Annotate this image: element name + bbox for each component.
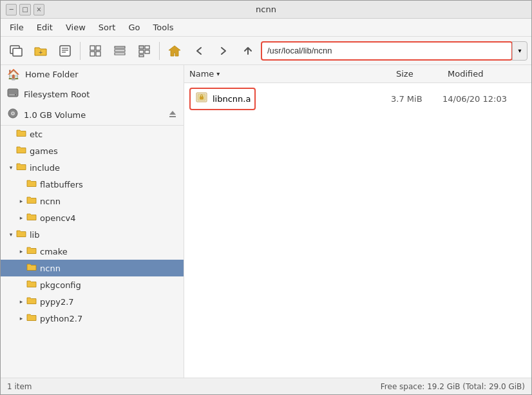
svg-text:+: + — [39, 50, 43, 55]
toggle-ncnn-include: ▸ — [16, 196, 26, 206]
tree-item-pypy27[interactable]: ▸ pypy2.7 — [1, 293, 184, 310]
file-modified-libncnn: 14/06/20 12:03 — [442, 94, 526, 104]
tree-label-lib: lib — [30, 230, 39, 240]
svg-rect-9 — [90, 52, 95, 56]
folder-icon-games — [16, 145, 26, 157]
maximize-button[interactable]: □ — [19, 4, 30, 15]
sidebar-item-filesystem[interactable]: Filesystem Root — [1, 84, 184, 104]
svg-point-24 — [12, 113, 14, 114]
eject-icon — [168, 110, 177, 119]
sidebar-tree[interactable]: etc games ▾ — [1, 126, 184, 378]
up-button[interactable] — [236, 39, 260, 63]
folder-icon-ncnn-include — [26, 195, 37, 207]
main-content: 🏠 Home Folder Filesystem Root — [1, 65, 531, 378]
close-button[interactable]: × — [33, 4, 44, 15]
tree-item-flatbuffers[interactable]: flatbuffers — [1, 176, 184, 193]
file-size-libncnn: 3.7 MiB — [391, 94, 442, 104]
svg-rect-19 — [8, 89, 18, 97]
folder-icon-python27 — [26, 313, 37, 324]
tree-item-opencv4[interactable]: ▸ opencv4 — [1, 209, 184, 226]
back-button[interactable] — [187, 39, 211, 63]
toggle-pkgconfig — [16, 280, 26, 290]
file-list-header: Name ▾ Size Modified — [184, 65, 531, 83]
svg-rect-12 — [115, 50, 125, 52]
forward-button[interactable] — [212, 39, 235, 63]
folder-icon-include — [16, 162, 26, 173]
sidebar-item-volume[interactable]: 1.0 GB Volume — [1, 104, 184, 125]
menubar: File Edit View Sort Go Tools — [1, 19, 531, 37]
svg-rect-14 — [139, 46, 144, 49]
menu-sort[interactable]: Sort — [92, 20, 122, 35]
menu-view[interactable]: View — [59, 20, 92, 35]
toggle-games — [6, 146, 16, 156]
svg-rect-26 — [169, 116, 176, 117]
home-button[interactable] — [163, 39, 186, 63]
address-bar-container: ▾ — [261, 41, 527, 61]
tree-item-etc[interactable]: etc — [1, 126, 184, 142]
file-item-libncnn[interactable]: libncnn.a 3.7 MiB 14/06/20 12:03 — [187, 86, 529, 112]
col-header-size[interactable]: Size — [394, 69, 445, 79]
toggle-include: ▾ — [6, 162, 16, 173]
window-title: ncnn — [44, 5, 488, 14]
address-bar-input[interactable] — [261, 41, 513, 61]
tree-item-ncnn-include[interactable]: ▸ ncnn — [1, 193, 184, 209]
tree-label-pypy27: pypy2.7 — [40, 297, 74, 307]
menu-edit[interactable]: Edit — [30, 20, 59, 35]
view-grid-button[interactable] — [84, 39, 107, 63]
tree-item-ncnn-lib[interactable]: ncnn — [1, 260, 184, 276]
properties-button[interactable] — [53, 39, 77, 63]
new-window-button[interactable] — [5, 39, 28, 63]
drive-icon — [7, 87, 19, 101]
toggle-pypy27: ▸ — [16, 296, 26, 307]
toolbar: + — [1, 37, 531, 65]
sidebar-volume-label: 1.0 GB Volume — [24, 110, 86, 120]
minimize-button[interactable]: − — [6, 4, 17, 15]
svg-rect-18 — [139, 55, 144, 57]
svg-rect-10 — [96, 52, 100, 56]
tree-label-opencv4: opencv4 — [40, 213, 76, 223]
col-header-name[interactable]: Name ▾ — [187, 69, 394, 79]
view-list-button[interactable] — [108, 39, 131, 63]
toggle-cmake: ▸ — [16, 246, 26, 256]
file-label-libncnn: libncnn.a — [213, 94, 251, 104]
tree-label-etc: etc — [30, 130, 43, 139]
tree-item-pkgconfig[interactable]: pkgconfig — [1, 276, 184, 293]
menu-file[interactable]: File — [3, 20, 30, 35]
tree-item-include[interactable]: ▾ include — [1, 159, 184, 176]
sidebar-home-label: Home Folder — [25, 70, 79, 79]
svg-rect-3 — [60, 46, 70, 56]
sidebar-item-home[interactable]: 🏠 Home Folder — [1, 65, 184, 84]
svg-rect-11 — [115, 46, 125, 48]
sidebar-filesystem-label: Filesystem Root — [24, 90, 90, 99]
file-highlight: libncnn.a — [189, 88, 256, 110]
folder-icon-pkgconfig — [26, 279, 37, 291]
svg-rect-8 — [96, 46, 100, 50]
folder-icon-flatbuffers — [26, 178, 37, 190]
tree-item-cmake[interactable]: ▸ cmake — [1, 243, 184, 260]
view-compact-button[interactable] — [133, 39, 156, 63]
svg-rect-16 — [139, 50, 144, 53]
toggle-etc — [6, 129, 16, 139]
svg-rect-13 — [115, 53, 125, 55]
col-name-label: Name — [189, 69, 214, 79]
tree-item-lib[interactable]: ▾ lib — [1, 226, 184, 243]
col-size-label: Size — [396, 69, 413, 79]
col-modified-label: Modified — [448, 69, 483, 79]
col-header-modified[interactable]: Modified — [445, 69, 529, 79]
tree-item-games[interactable]: games — [1, 142, 184, 159]
file-item-name-container: libncnn.a — [189, 88, 391, 110]
folder-icon-ncnn-lib — [26, 262, 37, 274]
svg-point-21 — [15, 94, 16, 95]
tree-item-python27[interactable]: ▸ python2.7 — [1, 310, 184, 327]
tree-label-flatbuffers: flatbuffers — [40, 180, 83, 189]
statusbar: 1 item Free space: 19.2 GiB (Total: 29.0… — [1, 378, 531, 394]
new-folder-button[interactable]: + — [29, 39, 52, 63]
menu-tools[interactable]: Tools — [147, 20, 180, 35]
toggle-python27: ▸ — [16, 313, 26, 323]
tree-label-games: games — [30, 146, 58, 156]
toolbar-sep-1 — [80, 42, 81, 60]
address-dropdown-button[interactable]: ▾ — [512, 41, 527, 61]
menu-go[interactable]: Go — [122, 20, 146, 35]
main-window: − □ × ncnn File Edit View Sort Go Tools … — [0, 0, 532, 395]
svg-marker-25 — [169, 111, 176, 115]
